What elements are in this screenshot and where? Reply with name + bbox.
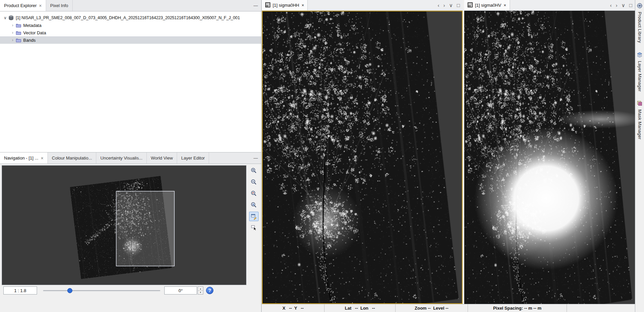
- zoom-out-icon: [250, 179, 257, 185]
- zoom-slider-thumb[interactable]: [67, 288, 72, 293]
- scroll-left-icon[interactable]: ‹: [438, 2, 439, 8]
- rail-label: Layer Manager: [637, 61, 642, 92]
- chevron-right-icon[interactable]: ›: [10, 38, 15, 42]
- sync-view-button[interactable]: [249, 212, 259, 221]
- spinner-down-icon[interactable]: ▾: [198, 291, 203, 294]
- image-thumbnail-icon: [468, 2, 473, 8]
- status-pixel-spacing-text: Pixel Spacing: -- m -- m: [493, 306, 542, 311]
- chevron-down-icon[interactable]: ∨: [3, 15, 8, 20]
- sigma0hh-image-canvas[interactable]: [263, 11, 462, 303]
- tree-label: Bands: [23, 38, 36, 43]
- sync-cursor-button[interactable]: [249, 223, 259, 233]
- sigma0hh-view: [262, 11, 463, 304]
- chevron-right-icon[interactable]: ›: [10, 23, 15, 28]
- zoom-all-button[interactable]: A: [249, 200, 259, 210]
- status-xy-text: X -- Y --: [282, 306, 304, 311]
- tab-colour-manipulation[interactable]: Colour Manipulatio...: [48, 152, 96, 164]
- chevron-right-icon[interactable]: ›: [10, 30, 15, 35]
- product-explorer-tabbar: Product Explorer × Pixel Info —: [0, 0, 261, 11]
- rotation-spinner[interactable]: ▴ ▾: [198, 286, 203, 294]
- zoom-to-pixel-button[interactable]: P: [249, 189, 259, 198]
- tab-label: World View: [151, 155, 173, 161]
- status-latlon-text: Lat -- Lon --: [345, 306, 375, 311]
- tree-row-product[interactable]: ∨ [1] NISAR_L3_PR_SME2_008_007_D_073_400…: [0, 14, 261, 22]
- sigma0hv-titlebar: [1] sigma0HV × ‹ › ∨ □: [464, 0, 635, 11]
- tab-sigma0hv[interactable]: [1] sigma0HV ×: [464, 0, 510, 10]
- tool-window-tabbar: Navigation - [1] ... × Colour Manipulati…: [0, 152, 261, 164]
- status-latlon: Lat -- Lon --: [325, 304, 396, 312]
- rail-item-product-library[interactable]: Product Library: [637, 3, 643, 43]
- right-dock-rail: Product Library Layer Manager Mask Manag…: [635, 0, 644, 312]
- sigma0hv-image-canvas[interactable]: [464, 11, 635, 304]
- status-zoom-level: Zoom -- Level --: [396, 304, 468, 312]
- minimize-button[interactable]: —: [253, 152, 258, 164]
- close-icon[interactable]: ×: [302, 3, 304, 8]
- tab-pixel-info[interactable]: Pixel Info: [46, 0, 72, 11]
- folder-icon: [16, 38, 21, 42]
- document-sigma0hh: [1] sigma0HH × ‹ › ∨ □: [262, 0, 463, 304]
- maximize-icon[interactable]: □: [457, 2, 460, 8]
- navigation-thumbnail-canvas[interactable]: [2, 166, 246, 285]
- tab-pixel-info-label: Pixel Info: [50, 3, 68, 8]
- zoom-out-button[interactable]: [249, 177, 259, 187]
- mask-manager-icon: [637, 100, 643, 108]
- folder-icon: [16, 31, 21, 35]
- status-zoom-text: Zoom -- Level --: [415, 306, 448, 311]
- tab-sigma0hv-label: [1] sigma0HV: [475, 3, 501, 8]
- spinner-up-icon[interactable]: ▴: [198, 287, 203, 291]
- help-button[interactable]: ?: [206, 287, 213, 294]
- rail-label: Product Library: [637, 12, 642, 43]
- zoom-ratio-field[interactable]: 1 : 1.8: [3, 286, 37, 294]
- tab-sigma0hh[interactable]: [1] sigma0HH ×: [262, 0, 308, 10]
- zoom-slider[interactable]: [43, 290, 160, 291]
- document-sigma0hv: [1] sigma0HV × ‹ › ∨ □: [464, 0, 635, 304]
- tab-list-icon[interactable]: ∨: [621, 2, 625, 8]
- tree-label: Vector Data: [23, 30, 46, 35]
- sync-cursor-icon: [250, 224, 257, 231]
- tree-row-vector-data[interactable]: › Vector Data: [0, 29, 261, 36]
- folder-icon: [16, 23, 21, 28]
- tab-label: Layer Editor: [181, 155, 205, 161]
- maximize-icon[interactable]: □: [629, 2, 632, 8]
- scroll-left-icon[interactable]: ‹: [610, 2, 612, 8]
- close-icon[interactable]: ×: [39, 3, 42, 8]
- tab-uncertainty-visualisation[interactable]: Uncertainty Visualis...: [96, 152, 147, 164]
- product-library-icon: [637, 3, 643, 10]
- tab-product-explorer[interactable]: Product Explorer ×: [0, 0, 46, 11]
- svg-text:P: P: [252, 192, 254, 194]
- close-icon[interactable]: ×: [41, 156, 43, 161]
- zoom-all-icon: A: [250, 202, 257, 208]
- tab-world-view[interactable]: World View: [147, 152, 177, 164]
- tree-row-bands[interactable]: › Bands: [0, 36, 261, 44]
- zoom-in-icon: [250, 167, 257, 174]
- navigation-view[interactable]: [2, 165, 246, 285]
- snap-application: { "glyphs":{"close":"×","minimize":"—","…: [0, 0, 644, 312]
- status-pixel-spacing: Pixel Spacing: -- m -- m: [468, 304, 567, 312]
- sigma0hv-view: [464, 11, 635, 304]
- tab-navigation-label: Navigation - [1] ...: [4, 155, 38, 161]
- svg-text:A: A: [252, 203, 254, 206]
- scroll-right-icon[interactable]: ›: [443, 2, 445, 8]
- rail-item-mask-manager[interactable]: Mask Manager: [637, 100, 643, 140]
- rail-item-layer-manager[interactable]: Layer Manager: [637, 52, 643, 92]
- document-area: [1] sigma0HH × ‹ › ∨ □: [262, 0, 635, 312]
- zoom-pixel-icon: P: [250, 190, 257, 197]
- tab-product-explorer-label: Product Explorer: [4, 3, 37, 8]
- scroll-right-icon[interactable]: ›: [616, 2, 617, 8]
- tab-label: Colour Manipulatio...: [52, 155, 92, 161]
- tab-sigma0hh-label: [1] sigma0HH: [273, 3, 299, 8]
- tree-row-metadata[interactable]: › Metadata: [0, 22, 261, 29]
- tab-navigation[interactable]: Navigation - [1] ... ×: [0, 152, 48, 164]
- status-filler: [567, 304, 635, 312]
- zoom-in-button[interactable]: [249, 166, 259, 175]
- tab-list-icon[interactable]: ∨: [449, 2, 453, 8]
- image-thumbnail-icon: [265, 2, 270, 8]
- navigation-panel: Navigation - [1] ... × Colour Manipulati…: [0, 152, 261, 312]
- rotation-field[interactable]: 0°: [164, 286, 197, 294]
- minimize-button[interactable]: —: [253, 0, 258, 11]
- tree-label: Metadata: [23, 23, 41, 28]
- sigma0hh-titlebar: [1] sigma0HH × ‹ › ∨ □: [262, 0, 463, 11]
- tab-layer-editor[interactable]: Layer Editor: [177, 152, 209, 164]
- close-icon[interactable]: ×: [504, 3, 506, 8]
- sync-view-icon: [250, 213, 257, 220]
